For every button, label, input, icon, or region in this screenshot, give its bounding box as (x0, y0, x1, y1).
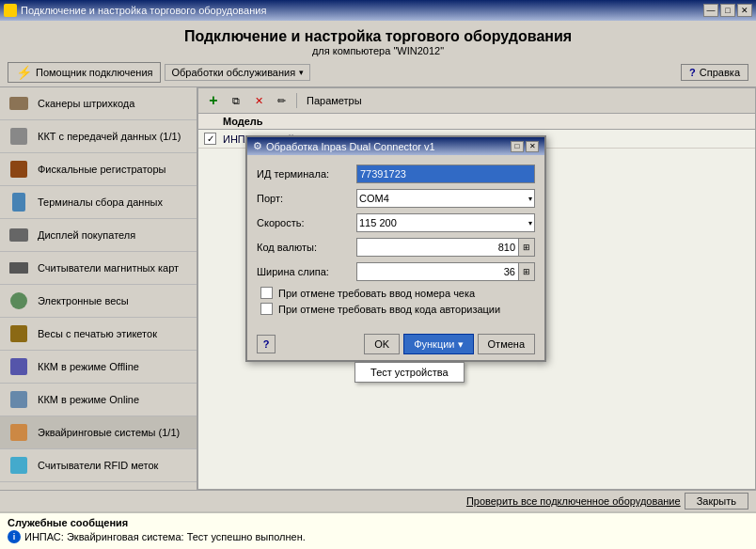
sidebar-item-scales[interactable]: Электронные весы (0, 285, 197, 318)
service-dropdown[interactable]: Обработки обслуживания ▾ (165, 64, 310, 81)
terminal-icon (12, 193, 25, 212)
sidebar-item-terminals[interactable]: Терминалы сбора данных (0, 186, 197, 219)
slip-label: Ширина слипа: (257, 266, 351, 277)
scales2-icon (10, 325, 27, 342)
sidebar-item-mag[interactable]: Считыватели магнитных карт (0, 252, 197, 285)
scales-icon (10, 292, 27, 309)
modal-help-button[interactable]: ? (257, 335, 276, 353)
speed-label: Скорость: (257, 217, 351, 228)
help-icon: ? (689, 67, 696, 78)
modal-footer: ? OK Функции ▾ Тест устройства (247, 328, 544, 360)
kkt-icon (10, 128, 27, 145)
service-message-0: i ИНПАС: Эквайринговая система: Тест усп… (8, 530, 748, 543)
kkm2-icon (10, 391, 27, 408)
modal-controls[interactable]: □ ✕ (511, 141, 539, 152)
dropdown-arrow-icon: ▾ (299, 68, 304, 77)
speed-select[interactable]: 115 200 ▾ (356, 213, 535, 232)
app-title: Подключение и настройка торгового оборуд… (4, 28, 752, 45)
assistant-button[interactable]: ⚡ Помощник подключения (8, 62, 161, 83)
currency-label: Код валюты: (257, 242, 351, 253)
app-subtitle: для компьютера "WIN2012" (4, 45, 752, 56)
currency-picker-button[interactable]: ⊞ (518, 238, 535, 257)
kkm-icon (10, 358, 27, 375)
functions-button[interactable]: Функции ▾ (403, 334, 473, 354)
modal-title-bar: ⚙ Обработка Inpas Dual Connector v1 □ ✕ (247, 137, 544, 155)
sidebar-label-mag: Считыватели магнитных карт (38, 262, 179, 274)
speed-value: 115 200 (359, 217, 397, 228)
terminal-id-input[interactable] (356, 165, 535, 183)
status-bar: Проверить все подключенное оборудование … (0, 490, 756, 511)
main-panel: + ⧉ ✕ ✏ Параметры Модель ИНПАС: Экв (197, 87, 756, 490)
port-select[interactable]: COM4 ▾ (356, 189, 535, 208)
sidebar-item-kkm2[interactable]: ККМ в режиме Online (0, 384, 197, 416)
sidebar-item-kkm[interactable]: ККМ в режиме Offline (0, 351, 197, 384)
sidebar: Сканеры штрихкода ККТ с передачей данных… (0, 87, 197, 490)
help-button[interactable]: ? Справка (681, 64, 748, 81)
slip-picker-button[interactable]: ⊞ (518, 262, 535, 281)
display-icon (9, 228, 28, 242)
checkbox-2[interactable] (260, 303, 273, 315)
sidebar-item-rfid[interactable]: Считыватели RFID меток (0, 449, 197, 482)
sidebar-item-ekv[interactable]: Эквайринговые системы (1/1) (0, 416, 197, 449)
checkbox-row-2: При отмене требовать ввод кода авторизац… (257, 303, 535, 315)
maximize-button[interactable]: □ (720, 4, 735, 17)
cancel-button[interactable]: Отмена (478, 334, 535, 354)
sidebar-item-display[interactable]: Дисплей покупателя (0, 219, 197, 252)
sidebar-item-kkt[interactable]: ККТ с передачей данных (1/1) (0, 120, 197, 153)
functions-dropdown: Тест устройства (354, 362, 464, 383)
service-message-text: ИНПАС: Эквайринговая система: Тест успеш… (24, 531, 306, 542)
mag-icon (9, 262, 28, 274)
content-area: Сканеры штрихкода ККТ с передачей данных… (0, 87, 756, 490)
slip-input[interactable] (356, 262, 519, 281)
sidebar-item-scales2[interactable]: Весы с печатью этикеток (0, 318, 197, 351)
scanner-icon (9, 97, 28, 110)
currency-input[interactable] (356, 238, 519, 257)
terminal-id-row: ИД терминала: (257, 165, 535, 183)
app-icon (4, 4, 17, 17)
slip-row: Ширина слипа: ⊞ (257, 262, 535, 281)
sidebar-item-fiscal[interactable]: Фискальные регистраторы (0, 153, 197, 186)
close-button[interactable]: ✕ (737, 4, 752, 17)
modal-icon: ⚙ (253, 140, 262, 152)
service-button[interactable]: Обработки обслуживания ▾ (165, 64, 310, 81)
checkbox-1[interactable] (260, 287, 273, 299)
check-all-button[interactable]: Проверить все подключенное оборудование (466, 495, 681, 507)
assistant-icon: ⚡ (16, 65, 32, 80)
modal-title: ⚙ Обработка Inpas Dual Connector v1 (253, 140, 435, 152)
modal-close-button[interactable]: ✕ (526, 141, 539, 152)
sidebar-item-scanners[interactable]: Сканеры штрихкода (0, 87, 197, 120)
rfid-icon (10, 457, 27, 474)
sidebar-label-scales2: Весы с печатью этикеток (38, 328, 157, 339)
main-toolbar: ⚡ Помощник подключения Обработки обслужи… (0, 58, 756, 87)
sidebar-label-kkt: ККТ с передачей данных (1/1) (38, 131, 181, 142)
modal-dialog: ⚙ Обработка Inpas Dual Connector v1 □ ✕ … (245, 135, 546, 362)
ok-button[interactable]: OK (364, 334, 400, 354)
minimize-button[interactable]: — (703, 4, 718, 17)
checkbox-1-label: При отмене требовать ввод номера чека (278, 288, 475, 299)
sidebar-label-terminals: Терминалы сбора данных (38, 196, 163, 208)
main-body: Подключение и настройка торгового оборуд… (0, 21, 756, 549)
sidebar-label-kkm2: ККМ в режиме Online (38, 394, 139, 405)
sidebar-label-scanners: Сканеры штрихкода (38, 98, 134, 109)
sidebar-label-scales: Электронные весы (38, 295, 129, 306)
currency-field-group: ⊞ (356, 238, 535, 257)
test-device-item[interactable]: Тест устройства (355, 363, 463, 382)
sidebar-label-display: Дисплей покупателя (38, 229, 135, 241)
port-dropdown-arrow-icon: ▾ (528, 195, 532, 203)
checkbox-2-label: При отмене требовать ввод кода авторизац… (278, 304, 500, 315)
speed-dropdown-arrow-icon: ▾ (528, 219, 532, 227)
window-chrome: Подключение и настройка торгового оборуд… (0, 0, 756, 21)
service-title: Служебные сообщения (8, 517, 748, 528)
window-controls[interactable]: — □ ✕ (703, 4, 752, 17)
sidebar-label-kkm: ККМ в режиме Offline (38, 361, 139, 372)
status-right: Проверить все подключенное оборудование … (466, 493, 748, 510)
modal-maximize-button[interactable]: □ (511, 141, 524, 152)
info-icon: i (8, 530, 21, 543)
port-row: Порт: COM4 ▾ (257, 189, 535, 208)
main-close-button[interactable]: Закрыть (685, 493, 748, 510)
app-header: Подключение и настройка торгового оборуд… (0, 21, 756, 58)
speed-row: Скорость: 115 200 ▾ (257, 213, 535, 232)
window-title: Подключение и настройка торгового оборуд… (4, 4, 266, 17)
ekv-icon (10, 424, 27, 441)
modal-body: ИД терминала: Порт: COM4 ▾ (247, 155, 544, 328)
